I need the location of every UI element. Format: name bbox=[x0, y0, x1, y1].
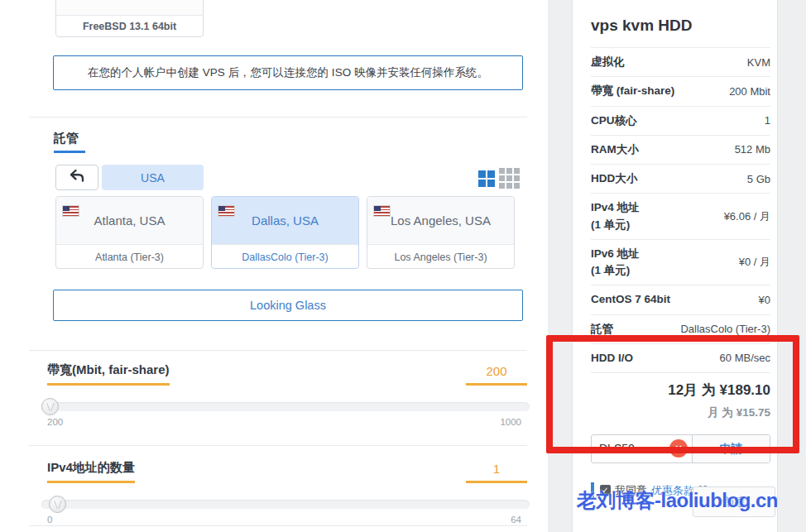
slider-min-label: 200 bbox=[47, 417, 63, 427]
us-flag-icon bbox=[63, 206, 79, 216]
us-flag-icon bbox=[218, 206, 234, 216]
blue-bar-decoration bbox=[591, 482, 594, 498]
slider-value: 200 bbox=[466, 364, 527, 386]
region-button-usa[interactable]: USA bbox=[102, 165, 204, 190]
spec-value: ¥0 bbox=[759, 294, 770, 306]
slider-block: 帶寬(Mbit, fair-share) 200 200 1000 bbox=[29, 362, 527, 429]
slider-knob[interactable] bbox=[41, 398, 59, 415]
column-gap bbox=[548, 0, 572, 532]
location-datacenter: DallasColo (Tier-3) bbox=[212, 245, 358, 269]
spec-value: 512 Mb bbox=[735, 143, 770, 156]
spec-value: 1 bbox=[765, 114, 770, 127]
spec-row: RAM大小 512 Mb bbox=[591, 136, 770, 165]
location-card-header: Atlanta, USA bbox=[56, 197, 203, 245]
price-period: 12月 为 ¥189.10 bbox=[591, 381, 770, 400]
agree-label: 我同意 bbox=[615, 483, 647, 498]
divider bbox=[29, 117, 527, 117]
divider bbox=[29, 350, 527, 351]
price-monthly: 月 为 ¥15.75 bbox=[591, 405, 770, 420]
terms-link[interactable]: 优惠条款 bbox=[651, 483, 694, 498]
spec-label: 帶寬 (fair-share) bbox=[591, 83, 674, 99]
location-city: Atlanta, USA bbox=[94, 213, 166, 228]
location-city: Dallas, USA bbox=[252, 213, 319, 228]
location-card[interactable]: Atlanta, USA Atlanta (Tier-3) bbox=[55, 196, 204, 269]
spec-row: 帶寬 (fair-share) 200 Mbit bbox=[591, 77, 770, 106]
price-section: 12月 为 ¥189.10 月 为 ¥15.75 ✕ 申請 ✓ 我同意 优惠条款 bbox=[591, 373, 770, 498]
slider-max-label: 1000 bbox=[500, 417, 521, 427]
create-button[interactable]: 創建 bbox=[693, 486, 775, 517]
divider bbox=[29, 525, 527, 526]
configurator-column: FreeBSD 13.1 64bit 在您的个人帐户中创建 VPS 后，您可以连… bbox=[0, 0, 548, 532]
os-card-label: FreeBSD 13.1 64bit bbox=[56, 16, 203, 37]
slider-block: IPv4地址的数量 1 0 64 bbox=[29, 460, 527, 526]
location-card[interactable]: Dallas, USA DallasColo (Tier-3) bbox=[211, 196, 359, 269]
spec-value: ¥6.06 / 月 bbox=[724, 209, 770, 224]
spec-row: HDD I/O 60 MB/sec bbox=[591, 344, 770, 373]
spec-row: 託管 DallasColo (Tier-3) bbox=[591, 315, 770, 344]
grid-view-icon[interactable] bbox=[478, 170, 495, 187]
spec-value: DallasColo (Tier-3) bbox=[680, 323, 770, 335]
promo-code-group: ✕ 申請 bbox=[591, 434, 770, 463]
region-label: USA bbox=[141, 171, 165, 185]
spec-label: HDD I/O bbox=[591, 350, 633, 367]
spec-label: CentOS 7 64bit bbox=[591, 291, 670, 308]
spec-row: IPv4 地址(1 单元) ¥6.06 / 月 bbox=[591, 194, 770, 240]
slider-track[interactable] bbox=[41, 402, 530, 411]
location-card[interactable]: Los Angeles, USA Los Angeles (Tier-3) bbox=[367, 196, 515, 269]
spec-value: KVM bbox=[747, 56, 770, 69]
spec-value: 60 MB/sec bbox=[720, 352, 770, 364]
os-card-logo-area bbox=[56, 0, 203, 16]
tab-hosting[interactable]: 託管 bbox=[54, 131, 79, 153]
back-button[interactable] bbox=[55, 165, 98, 190]
spec-label: CPU核心 bbox=[591, 113, 637, 129]
divider bbox=[29, 445, 527, 446]
agree-checkbox[interactable]: ✓ bbox=[600, 485, 611, 496]
spec-label: 託管 bbox=[591, 321, 613, 338]
view-toggle bbox=[478, 168, 520, 189]
location-card-header: Los Angeles, USA bbox=[367, 197, 514, 245]
spec-value: 5 Gb bbox=[747, 173, 770, 185]
spec-label: 虚拟化 bbox=[591, 54, 625, 70]
spec-row: 虚拟化 KVM bbox=[591, 48, 770, 77]
vps-order-page: FreeBSD 13.1 64bit 在您的个人帐户中创建 VPS 后，您可以连… bbox=[0, 0, 806, 532]
location-city: Los Angeles, USA bbox=[391, 213, 491, 228]
spec-value: 200 Mbit bbox=[729, 85, 770, 98]
slider-value: 1 bbox=[466, 462, 527, 483]
us-flag-icon bbox=[374, 206, 390, 216]
slider-label: 帶寬(Mbit, fair-share) bbox=[47, 362, 170, 386]
promo-apply-button[interactable]: 申請 bbox=[693, 435, 770, 463]
spec-sublabel: (1 单元) bbox=[591, 262, 640, 279]
spec-row: HDD大小 5 Gb bbox=[591, 165, 770, 194]
spec-label: RAM大小 bbox=[591, 141, 639, 158]
iso-info-alert: 在您的个人帐户中创建 VPS 后，您可以连接您的 ISO 映像并安装任何操作系统… bbox=[53, 55, 523, 90]
back-arrow-icon bbox=[69, 169, 85, 186]
spec-label: IPv6 地址 bbox=[591, 246, 640, 262]
spec-row: CPU核心 1 bbox=[591, 107, 770, 136]
slider-max-label: 64 bbox=[511, 515, 521, 525]
slider-track[interactable] bbox=[41, 500, 530, 509]
order-summary-panel: vps kvm HDD 虚拟化 KVM 帶寬 (fair-share) 200 … bbox=[572, 0, 778, 532]
spec-sublabel: (1 单元) bbox=[591, 217, 640, 233]
looking-glass-button[interactable]: Looking Glass bbox=[53, 290, 523, 321]
promo-clear-icon[interactable]: ✕ bbox=[669, 439, 688, 458]
spec-label: IPv4 地址 bbox=[591, 199, 640, 216]
slider-min-label: 0 bbox=[47, 515, 52, 525]
page-background bbox=[778, 0, 806, 532]
iso-info-text: 在您的个人帐户中创建 VPS 后，您可以连接您的 ISO 映像并安装任何操作系统… bbox=[88, 65, 488, 80]
slider-knob[interactable] bbox=[49, 496, 66, 513]
location-datacenter: Atlanta (Tier-3) bbox=[56, 245, 203, 269]
spec-value: ¥0 / 月 bbox=[739, 255, 770, 270]
os-card-freebsd[interactable]: FreeBSD 13.1 64bit bbox=[55, 0, 204, 37]
promo-code-input[interactable] bbox=[592, 435, 664, 461]
plan-title: vps kvm HDD bbox=[591, 0, 770, 48]
looking-glass-label: Looking Glass bbox=[250, 299, 326, 312]
compact-view-icon[interactable] bbox=[499, 168, 520, 189]
spec-label: HDD大小 bbox=[591, 170, 637, 187]
slider-label: IPv4地址的数量 bbox=[47, 460, 135, 483]
location-card-header: Dallas, USA bbox=[212, 197, 358, 245]
spec-table: 虚拟化 KVM 帶寬 (fair-share) 200 Mbit CPU核心 1… bbox=[591, 48, 770, 373]
spec-row: IPv6 地址(1 单元) ¥0 / 月 bbox=[591, 240, 770, 286]
promo-input-wrap: ✕ bbox=[592, 435, 693, 463]
location-card-list: Atlanta, USA Atlanta (Tier-3) Dallas, US… bbox=[55, 196, 515, 269]
location-datacenter: Los Angeles (Tier-3) bbox=[367, 245, 514, 269]
